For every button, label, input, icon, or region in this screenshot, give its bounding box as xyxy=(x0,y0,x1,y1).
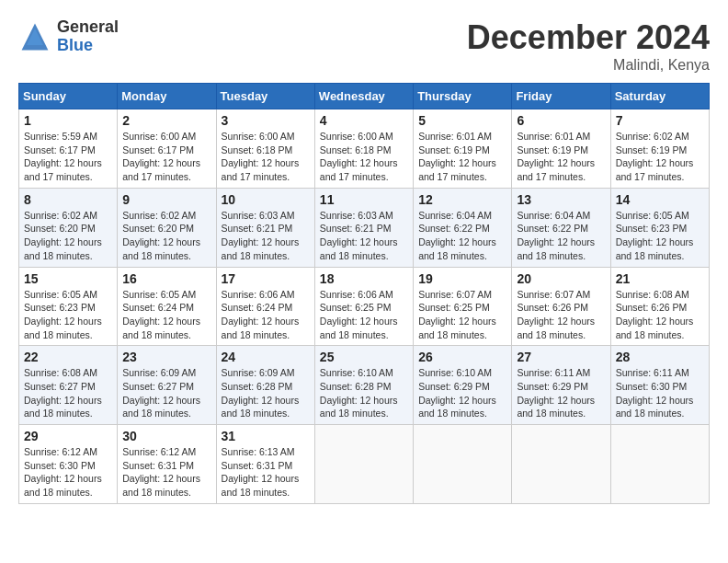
calendar-cell: 4Sunrise: 6:00 AMSunset: 6:18 PMDaylight… xyxy=(314,109,413,189)
day-number: 10 xyxy=(222,192,310,207)
day-number: 25 xyxy=(320,350,408,364)
day-info: Sunrise: 6:04 AMSunset: 6:22 PMDaylight:… xyxy=(418,209,506,263)
calendar-cell: 20Sunrise: 6:07 AMSunset: 6:26 PMDayligh… xyxy=(512,267,610,346)
calendar-cell: 29Sunrise: 6:12 AMSunset: 6:30 PMDayligh… xyxy=(19,425,118,504)
calendar-week-row: 29Sunrise: 6:12 AMSunset: 6:30 PMDayligh… xyxy=(19,425,710,504)
day-info: Sunrise: 6:04 AMSunset: 6:22 PMDaylight:… xyxy=(517,209,605,263)
day-number: 13 xyxy=(517,192,605,207)
calendar-cell: 8Sunrise: 6:02 AMSunset: 6:20 PMDaylight… xyxy=(19,188,118,267)
calendar-cell xyxy=(610,425,709,504)
day-number: 3 xyxy=(222,113,310,128)
calendar-cell: 27Sunrise: 6:11 AMSunset: 6:29 PMDayligh… xyxy=(512,346,610,425)
calendar-cell: 31Sunrise: 6:13 AMSunset: 6:31 PMDayligh… xyxy=(216,425,314,504)
day-info: Sunrise: 6:09 AMSunset: 6:27 PMDaylight:… xyxy=(122,366,210,420)
calendar-cell: 23Sunrise: 6:09 AMSunset: 6:27 PMDayligh… xyxy=(118,346,216,425)
day-number: 26 xyxy=(418,350,506,364)
calendar-cell: 18Sunrise: 6:06 AMSunset: 6:25 PMDayligh… xyxy=(314,267,413,346)
day-info: Sunrise: 6:09 AMSunset: 6:28 PMDaylight:… xyxy=(222,366,310,420)
calendar-cell: 6Sunrise: 6:01 AMSunset: 6:19 PMDaylight… xyxy=(512,109,610,189)
day-number: 27 xyxy=(517,350,605,364)
day-number: 18 xyxy=(320,271,408,286)
calendar-cell: 16Sunrise: 6:05 AMSunset: 6:24 PMDayligh… xyxy=(118,267,216,346)
location: Malindi, Kenya xyxy=(467,57,710,74)
calendar-header-monday: Monday xyxy=(118,84,216,109)
logo-blue: Blue xyxy=(57,37,119,55)
day-number: 31 xyxy=(222,429,310,443)
day-info: Sunrise: 6:11 AMSunset: 6:30 PMDaylight:… xyxy=(616,366,704,420)
day-info: Sunrise: 6:06 AMSunset: 6:24 PMDaylight:… xyxy=(222,288,310,342)
calendar-cell: 2Sunrise: 6:00 AMSunset: 6:17 PMDaylight… xyxy=(118,109,216,189)
day-info: Sunrise: 6:08 AMSunset: 6:26 PMDaylight:… xyxy=(616,288,704,342)
calendar-cell: 30Sunrise: 6:12 AMSunset: 6:31 PMDayligh… xyxy=(118,425,216,504)
logo: General Blue xyxy=(18,18,119,55)
day-number: 16 xyxy=(122,271,210,286)
calendar-header-saturday: Saturday xyxy=(610,84,709,109)
day-number: 15 xyxy=(24,271,112,286)
calendar-header-row: SundayMondayTuesdayWednesdayThursdayFrid… xyxy=(19,84,710,109)
calendar-cell: 10Sunrise: 6:03 AMSunset: 6:21 PMDayligh… xyxy=(216,188,314,267)
day-info: Sunrise: 6:07 AMSunset: 6:26 PMDaylight:… xyxy=(517,288,605,342)
calendar-header-friday: Friday xyxy=(512,84,610,109)
day-info: Sunrise: 6:02 AMSunset: 6:19 PMDaylight:… xyxy=(616,130,704,184)
calendar-cell: 19Sunrise: 6:07 AMSunset: 6:25 PMDayligh… xyxy=(414,267,512,346)
day-info: Sunrise: 5:59 AMSunset: 6:17 PMDaylight:… xyxy=(24,130,112,184)
calendar-week-row: 8Sunrise: 6:02 AMSunset: 6:20 PMDaylight… xyxy=(19,188,710,267)
day-number: 17 xyxy=(222,271,310,286)
day-number: 14 xyxy=(616,192,704,207)
calendar-table: SundayMondayTuesdayWednesdayThursdayFrid… xyxy=(18,83,710,504)
day-info: Sunrise: 6:05 AMSunset: 6:24 PMDaylight:… xyxy=(122,288,210,342)
calendar-week-row: 1Sunrise: 5:59 AMSunset: 6:17 PMDaylight… xyxy=(19,109,710,189)
page-header: General Blue December 2024 Malindi, Keny… xyxy=(18,18,710,74)
calendar-cell: 5Sunrise: 6:01 AMSunset: 6:19 PMDaylight… xyxy=(414,109,512,189)
day-number: 5 xyxy=(418,113,506,128)
day-info: Sunrise: 6:02 AMSunset: 6:20 PMDaylight:… xyxy=(122,209,210,263)
calendar-header-wednesday: Wednesday xyxy=(314,84,413,109)
day-info: Sunrise: 6:01 AMSunset: 6:19 PMDaylight:… xyxy=(517,130,605,184)
day-info: Sunrise: 6:05 AMSunset: 6:23 PMDaylight:… xyxy=(616,209,704,263)
day-info: Sunrise: 6:12 AMSunset: 6:30 PMDaylight:… xyxy=(24,445,112,500)
calendar-header-sunday: Sunday xyxy=(19,84,118,109)
day-number: 6 xyxy=(517,113,605,128)
logo-icon xyxy=(18,20,51,53)
calendar-cell: 25Sunrise: 6:10 AMSunset: 6:28 PMDayligh… xyxy=(314,346,413,425)
day-number: 28 xyxy=(616,350,704,364)
calendar-cell: 17Sunrise: 6:06 AMSunset: 6:24 PMDayligh… xyxy=(216,267,314,346)
day-number: 22 xyxy=(24,350,112,364)
calendar-cell xyxy=(414,425,512,504)
calendar-cell: 15Sunrise: 6:05 AMSunset: 6:23 PMDayligh… xyxy=(19,267,118,346)
calendar-header-thursday: Thursday xyxy=(414,84,512,109)
calendar-header-tuesday: Tuesday xyxy=(216,84,314,109)
day-number: 21 xyxy=(616,271,704,286)
day-info: Sunrise: 6:08 AMSunset: 6:27 PMDaylight:… xyxy=(24,366,112,420)
day-info: Sunrise: 6:03 AMSunset: 6:21 PMDaylight:… xyxy=(222,209,310,263)
day-info: Sunrise: 6:00 AMSunset: 6:17 PMDaylight:… xyxy=(122,130,210,184)
calendar-week-row: 15Sunrise: 6:05 AMSunset: 6:23 PMDayligh… xyxy=(19,267,710,346)
day-number: 9 xyxy=(122,192,210,207)
day-info: Sunrise: 6:06 AMSunset: 6:25 PMDaylight:… xyxy=(320,288,408,342)
title-block: December 2024 Malindi, Kenya xyxy=(467,18,710,74)
day-info: Sunrise: 6:11 AMSunset: 6:29 PMDaylight:… xyxy=(517,366,605,420)
day-number: 30 xyxy=(122,429,210,443)
calendar-cell xyxy=(314,425,413,504)
calendar-cell xyxy=(512,425,610,504)
day-number: 19 xyxy=(418,271,506,286)
day-number: 8 xyxy=(24,192,112,207)
day-number: 12 xyxy=(418,192,506,207)
calendar-cell: 21Sunrise: 6:08 AMSunset: 6:26 PMDayligh… xyxy=(610,267,709,346)
calendar-cell: 14Sunrise: 6:05 AMSunset: 6:23 PMDayligh… xyxy=(610,188,709,267)
day-info: Sunrise: 6:01 AMSunset: 6:19 PMDaylight:… xyxy=(418,130,506,184)
calendar-cell: 7Sunrise: 6:02 AMSunset: 6:19 PMDaylight… xyxy=(610,109,709,189)
day-number: 20 xyxy=(517,271,605,286)
calendar-cell: 11Sunrise: 6:03 AMSunset: 6:21 PMDayligh… xyxy=(314,188,413,267)
calendar-cell: 26Sunrise: 6:10 AMSunset: 6:29 PMDayligh… xyxy=(414,346,512,425)
calendar-cell: 1Sunrise: 5:59 AMSunset: 6:17 PMDaylight… xyxy=(19,109,118,189)
calendar-cell: 24Sunrise: 6:09 AMSunset: 6:28 PMDayligh… xyxy=(216,346,314,425)
day-info: Sunrise: 6:07 AMSunset: 6:25 PMDaylight:… xyxy=(418,288,506,342)
day-info: Sunrise: 6:00 AMSunset: 6:18 PMDaylight:… xyxy=(320,130,408,184)
day-info: Sunrise: 6:10 AMSunset: 6:28 PMDaylight:… xyxy=(320,366,408,420)
day-info: Sunrise: 6:10 AMSunset: 6:29 PMDaylight:… xyxy=(418,366,506,420)
day-number: 11 xyxy=(320,192,408,207)
calendar-cell: 9Sunrise: 6:02 AMSunset: 6:20 PMDaylight… xyxy=(118,188,216,267)
calendar-week-row: 22Sunrise: 6:08 AMSunset: 6:27 PMDayligh… xyxy=(19,346,710,425)
day-number: 7 xyxy=(616,113,704,128)
